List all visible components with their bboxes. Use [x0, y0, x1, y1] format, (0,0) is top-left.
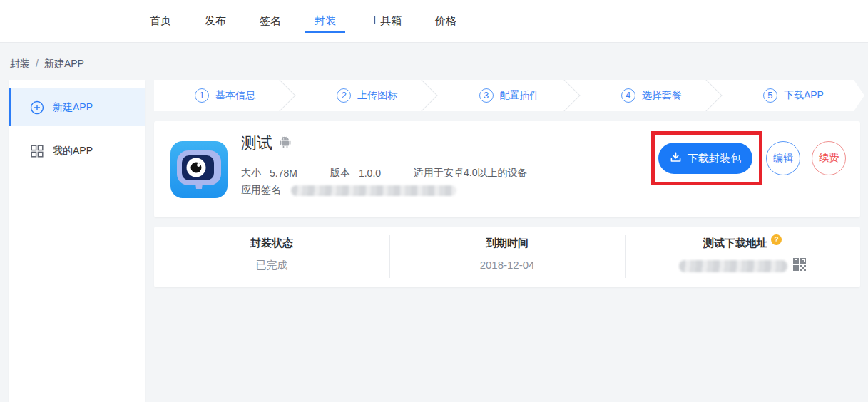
- nav-item-publish[interactable]: 发布: [195, 0, 235, 42]
- download-url-header-label: 测试下载地址: [703, 237, 767, 249]
- nav-label: 首页: [150, 14, 171, 28]
- qr-code-icon[interactable]: [792, 257, 807, 274]
- download-package-button[interactable]: 下载封装包: [658, 143, 752, 174]
- signature-label: 应用签名: [241, 184, 281, 197]
- step-upload-icon[interactable]: 2 上传图标: [296, 80, 438, 111]
- app-name: 测试: [241, 133, 272, 154]
- size-label: 大小: [241, 167, 261, 180]
- status-column-expiry: 到期时间 2018-12-04: [389, 227, 625, 287]
- step-select-plan[interactable]: 4 选择套餐: [581, 80, 723, 111]
- status-column-download-url: 测试下载地址?: [625, 227, 860, 287]
- android-icon: [279, 135, 292, 151]
- download-url-redacted-link[interactable]: [679, 260, 787, 272]
- column-divider: [389, 235, 390, 278]
- step-label: 下载APP: [784, 89, 824, 102]
- step-number: 1: [195, 88, 209, 103]
- download-button-label: 下载封装包: [688, 152, 741, 165]
- nav-item-package[interactable]: 封装: [305, 0, 345, 42]
- status-header: 封装状态: [154, 237, 389, 250]
- step-label: 选择套餐: [642, 89, 682, 102]
- app-meta-row: 大小 5.78M 版本 1.0.0 适用于安卓4.0以上的设备: [241, 167, 528, 180]
- step-basic-info[interactable]: 1 基本信息: [154, 80, 296, 111]
- nav-items: 首页 发布 签名 封装 工具箱 价格: [0, 0, 868, 42]
- column-divider: [625, 235, 626, 278]
- step-number: 3: [479, 88, 494, 103]
- breadcrumb-separator: /: [36, 58, 39, 69]
- download-url-header: 测试下载地址?: [625, 237, 860, 250]
- nav-item-pricing[interactable]: 价格: [426, 0, 466, 42]
- plus-circle-icon: [30, 100, 44, 115]
- sidebar-item-label: 新建APP: [53, 101, 93, 114]
- expiry-value: 2018-12-04: [389, 259, 625, 271]
- download-icon: [670, 151, 682, 165]
- download-url-row: [625, 257, 860, 274]
- edit-button[interactable]: 编辑: [766, 141, 800, 175]
- app-signature-row: 应用签名: [241, 184, 456, 197]
- version-value: 1.0.0: [359, 168, 381, 179]
- breadcrumb-root[interactable]: 封装: [10, 58, 30, 69]
- status-column-state: 封装状态 已完成: [154, 227, 389, 287]
- breadcrumb-current: 新建APP: [44, 58, 84, 69]
- size-value: 5.78M: [270, 168, 297, 179]
- step-label: 基本信息: [215, 89, 255, 102]
- status-value: 已完成: [154, 259, 389, 272]
- app-title-row: 测试: [241, 133, 292, 154]
- renew-button[interactable]: 续费: [812, 141, 846, 175]
- nav-label: 封装: [315, 14, 336, 28]
- compatibility-text: 适用于安卓4.0以上的设备: [414, 167, 527, 180]
- nav-label: 价格: [435, 14, 456, 28]
- step-number: 4: [621, 88, 635, 103]
- step-label: 上传图标: [357, 89, 397, 102]
- grid-icon: [30, 144, 44, 158]
- nav-item-sign[interactable]: 签名: [250, 0, 290, 42]
- nav-label: 签名: [260, 14, 281, 28]
- status-card: 封装状态 已完成 到期时间 2018-12-04 测试下载地址?: [154, 227, 860, 287]
- step-download-app[interactable]: 5 下载APP: [723, 80, 864, 111]
- step-number: 5: [763, 88, 777, 103]
- app-card: 测试 大小 5.78M 版本 1.0.0 适用于安卓4.0以上的设备 应用签名: [154, 121, 860, 217]
- step-configure-plugins[interactable]: 3 配置插件: [438, 80, 580, 111]
- version-label: 版本: [330, 167, 350, 180]
- step-label: 配置插件: [500, 89, 540, 102]
- help-question-icon[interactable]: ?: [771, 234, 782, 245]
- nav-label: 工具箱: [369, 14, 402, 28]
- breadcrumb: 封装/新建APP: [10, 58, 84, 71]
- nav-item-toolbox[interactable]: 工具箱: [360, 0, 411, 42]
- sidebar: 新建APP 我的APP: [9, 80, 145, 402]
- nav-item-home[interactable]: 首页: [141, 0, 180, 42]
- signature-redacted-value: [291, 185, 456, 196]
- renew-button-label: 续费: [819, 152, 839, 165]
- nav-label: 发布: [205, 14, 226, 28]
- app-icon: [170, 140, 228, 199]
- sidebar-item-my-app[interactable]: 我的APP: [9, 132, 145, 170]
- steps-bar: 1 基本信息 2 上传图标 3 配置插件 4 选择套餐 5 下载APP: [154, 80, 864, 111]
- edit-button-label: 编辑: [773, 152, 793, 165]
- expiry-header: 到期时间: [389, 237, 625, 250]
- sidebar-item-new-app[interactable]: 新建APP: [9, 88, 145, 126]
- top-nav: 首页 发布 签名 封装 工具箱 价格: [0, 0, 868, 43]
- step-number: 2: [337, 88, 351, 103]
- sidebar-item-label: 我的APP: [53, 145, 93, 158]
